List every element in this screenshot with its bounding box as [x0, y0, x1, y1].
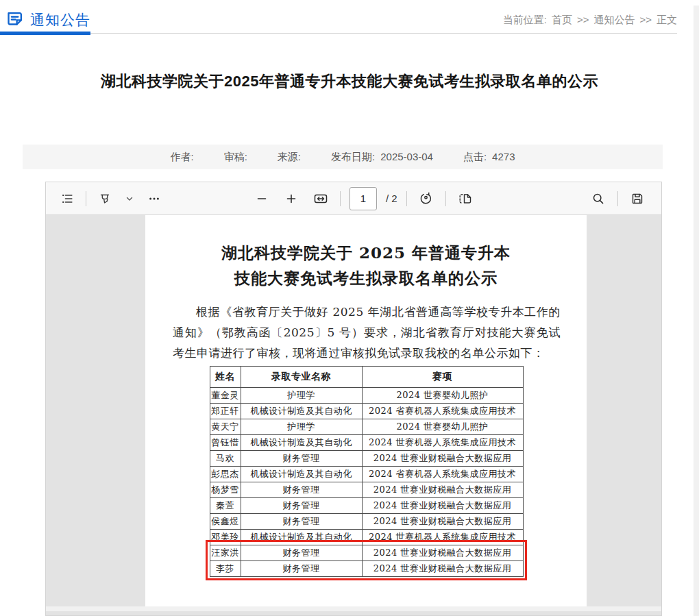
page-number-input[interactable]: [350, 187, 377, 210]
meta-source: 来源:: [278, 151, 301, 164]
page-total-label: / 2: [386, 193, 397, 204]
notice-document-icon: [5, 9, 24, 30]
table-row: 彭思杰机械设计制造及其自动化2024 省赛机器人系统集成应用技术: [210, 467, 523, 482]
page-view-icon[interactable]: [455, 188, 476, 209]
table-header-cell: 姓名: [210, 367, 241, 388]
table-row-highlighted: 汪家洪财务管理2024 世赛业财税融合大数据应用: [210, 545, 523, 561]
page: 通知公告 当前位置: 首页 >> 通知公告 >> 正文 湖北科技学院关于2025…: [0, 0, 699, 616]
table-row: 郑正轩机械设计制造及其自动化2024 省赛机器人系统集成应用技术: [210, 404, 523, 419]
table-cell: 侯鑫煜: [210, 514, 241, 530]
table-cell: 彭思杰: [210, 467, 241, 482]
table-cell: 财务管理: [241, 482, 362, 498]
zoom-in-icon[interactable]: [281, 188, 302, 209]
document-title: 湖北科技学院关于 2025 年普通专升本 技能大赛免试考生拟录取名单的公示: [145, 240, 587, 291]
toolbar-divider: [86, 191, 86, 206]
breadcrumb-home-link[interactable]: 首页: [552, 14, 572, 27]
table-cell: 杨梦雪: [210, 482, 241, 498]
table-cell: 护理学: [241, 388, 362, 404]
table-cell: 机械设计制造及其自动化: [241, 435, 362, 451]
table-cell: 2024 世赛业财税融合大数据应用: [362, 482, 523, 498]
viewer-horizontal-scrollbar[interactable]: [46, 606, 661, 611]
pdf-toolbar: / 2: [46, 182, 661, 215]
table-cell: 李莎: [210, 561, 241, 577]
table-row: 侯鑫煜财务管理2024 世赛业财税融合大数据应用: [210, 514, 523, 530]
table-row: 董金灵护理学2024 世赛婴幼儿照护: [210, 388, 523, 404]
table-cell: 财务管理: [241, 545, 362, 561]
doc-table-body: 董金灵护理学2024 世赛婴幼儿照护郑正轩机械设计制造及其自动化2024 省赛机…: [210, 388, 523, 577]
table-cell: 2024 世赛机器人系统集成应用技术: [362, 435, 523, 451]
breadcrumb-current: 正文: [657, 14, 677, 27]
highlighter-icon[interactable]: [95, 188, 115, 209]
toolbar-divider: [340, 191, 341, 206]
save-icon[interactable]: [627, 188, 648, 209]
article-meta-bar: 作者: 审稿: 来源: 发布日期:2025-03-04 点击:4273: [23, 145, 663, 169]
table-cell: 黄天宁: [210, 419, 241, 435]
table-cell: 护理学: [241, 419, 362, 435]
breadcrumb-separator: >>: [577, 14, 589, 27]
section-title: 通知公告: [30, 10, 90, 29]
rotate-icon[interactable]: [416, 188, 437, 209]
table-row: 邓美玲机械设计制造及其自动化2024 世赛机器人系统集成应用技术: [210, 530, 523, 545]
toc-icon[interactable]: [57, 188, 77, 209]
more-options-icon[interactable]: [144, 188, 164, 209]
breadcrumb: 当前位置: 首页 >> 通知公告 >> 正文: [503, 14, 677, 27]
meta-author: 作者:: [171, 151, 194, 164]
toolbar-right-group: [588, 182, 648, 214]
table-cell: 汪家洪: [210, 545, 241, 561]
table-row: 马欢财务管理2024 世赛业财税融合大数据应用: [210, 451, 523, 467]
table-cell: 马欢: [210, 451, 241, 467]
table-cell: 2024 省赛机器人系统集成应用技术: [362, 404, 523, 419]
table-cell: 2024 世赛机器人系统集成应用技术: [362, 530, 523, 545]
chevron-down-icon[interactable]: [123, 188, 136, 209]
toolbar-divider: [406, 191, 407, 206]
document-paragraph: 根据《省教育厅关于做好 2025 年湖北省普通高等学校专升本工作的通知》（鄂教高…: [173, 301, 561, 363]
table-cell: 2024 世赛业财税融合大数据应用: [362, 514, 523, 530]
toolbar-center-group: / 2: [252, 182, 476, 214]
table-row: 黄天宁护理学2024 世赛婴幼儿照护: [210, 419, 523, 435]
table-cell: 机械设计制造及其自动化: [241, 530, 362, 545]
fit-width-icon[interactable]: [310, 188, 331, 209]
pdf-content-area[interactable]: 湖北科技学院关于 2025 年普通专升本 技能大赛免试考生拟录取名单的公示 根据…: [46, 215, 661, 611]
toolbar-left-group: [46, 188, 164, 209]
table-cell: 财务管理: [241, 514, 362, 530]
table-cell: 机械设计制造及其自动化: [241, 467, 362, 482]
pdf-page: 湖北科技学院关于 2025 年普通专升本 技能大赛免试考生拟录取名单的公示 根据…: [145, 215, 587, 611]
admission-table: 姓名录取专业名称赛项 董金灵护理学2024 世赛婴幼儿照护郑正轩机械设计制造及其…: [210, 366, 524, 577]
breadcrumb-label: 当前位置:: [503, 14, 547, 27]
table-cell: 秦萱: [210, 498, 241, 514]
table-cell: 2024 省赛机器人系统集成应用技术: [362, 467, 523, 482]
table-cell: 财务管理: [241, 451, 362, 467]
table-cell: 郑正轩: [210, 404, 241, 419]
zoom-out-icon[interactable]: [252, 188, 272, 209]
table-header-cell: 录取专业名称: [241, 367, 362, 388]
table-cell: 曾钰惜: [210, 435, 241, 451]
table-cell: 2024 世赛婴幼儿照护: [362, 419, 523, 435]
pdf-viewer: / 2: [45, 182, 662, 616]
table-cell: 财务管理: [241, 498, 362, 514]
search-icon[interactable]: [588, 188, 609, 209]
browser-scrollbar[interactable]: [694, 5, 699, 616]
table-row: 杨梦雪财务管理2024 世赛业财税融合大数据应用: [210, 482, 523, 498]
table-cell: 2024 世赛业财税融合大数据应用: [362, 561, 523, 577]
meta-publish-date: 发布日期:2025-03-04: [331, 151, 433, 164]
table-cell: 2024 世赛业财税融合大数据应用: [362, 498, 523, 514]
toolbar-divider: [445, 191, 446, 206]
table-cell: 2024 世赛业财税融合大数据应用: [362, 451, 523, 467]
breadcrumb-separator: >>: [639, 14, 652, 27]
table-header-cell: 赛项: [362, 367, 523, 388]
table-cell: 机械设计制造及其自动化: [241, 404, 362, 419]
table-row: 曾钰惜机械设计制造及其自动化2024 世赛机器人系统集成应用技术: [210, 435, 523, 451]
header-accent-bar: [0, 32, 90, 35]
table-cell: 邓美玲: [210, 530, 241, 545]
table-row-highlighted: 李莎财务管理2024 世赛业财税融合大数据应用: [210, 561, 523, 577]
table-header-row: 姓名录取专业名称赛项: [210, 367, 523, 388]
table-cell: 董金灵: [210, 388, 241, 404]
meta-clicks: 点击:4273: [463, 151, 515, 164]
table-cell: 财务管理: [241, 561, 362, 577]
breadcrumb-section-link[interactable]: 通知公告: [593, 14, 635, 27]
toolbar-divider: [617, 191, 618, 206]
meta-reviewer: 审稿:: [224, 151, 247, 164]
table-row: 秦萱财务管理2024 世赛业财税融合大数据应用: [210, 498, 523, 514]
table-cell: 2024 世赛婴幼儿照护: [362, 388, 523, 404]
header-divider: [0, 33, 677, 34]
